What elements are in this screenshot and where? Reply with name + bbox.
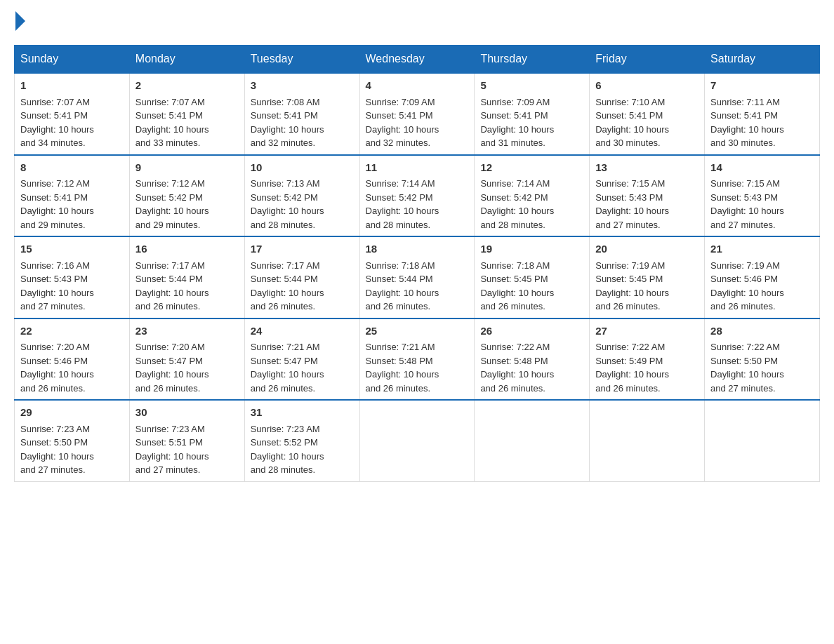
calendar-cell: 13Sunrise: 7:15 AMSunset: 5:43 PMDayligh…: [590, 155, 705, 237]
logo-arrow-icon: [15, 11, 25, 31]
calendar-cell: 28Sunrise: 7:22 AMSunset: 5:50 PMDayligh…: [705, 318, 820, 401]
calendar-header-row: SundayMondayTuesdayWednesdayThursdayFrid…: [15, 46, 820, 74]
calendar-header-thursday: Thursday: [475, 46, 590, 74]
day-number: 2: [135, 78, 239, 94]
day-number: 22: [20, 323, 124, 340]
day-number: 28: [710, 323, 814, 340]
calendar-cell: 6Sunrise: 7:10 AMSunset: 5:41 PMDaylight…: [590, 73, 705, 155]
calendar-cell: 12Sunrise: 7:14 AMSunset: 5:42 PMDayligh…: [475, 155, 590, 237]
day-number: 4: [366, 78, 469, 94]
calendar-week-row: 1Sunrise: 7:07 AMSunset: 5:41 PMDaylight…: [15, 73, 820, 155]
day-number: 13: [595, 160, 699, 176]
calendar-cell: 19Sunrise: 7:18 AMSunset: 5:45 PMDayligh…: [475, 236, 590, 318]
calendar-cell: 14Sunrise: 7:15 AMSunset: 5:43 PMDayligh…: [705, 155, 820, 237]
day-number: 3: [251, 78, 354, 94]
day-number: 12: [480, 160, 583, 176]
calendar-cell: 10Sunrise: 7:13 AMSunset: 5:42 PMDayligh…: [244, 155, 359, 237]
calendar-week-row: 29Sunrise: 7:23 AMSunset: 5:50 PMDayligh…: [15, 400, 820, 481]
day-number: 29: [20, 405, 124, 421]
day-number: 20: [595, 241, 699, 257]
day-number: 10: [251, 160, 354, 176]
day-number: 7: [710, 78, 814, 94]
calendar-header-tuesday: Tuesday: [244, 46, 359, 74]
calendar-cell: 22Sunrise: 7:20 AMSunset: 5:46 PMDayligh…: [15, 318, 130, 401]
calendar-cell: 11Sunrise: 7:14 AMSunset: 5:42 PMDayligh…: [359, 155, 475, 237]
calendar-cell: 1Sunrise: 7:07 AMSunset: 5:41 PMDaylight…: [15, 73, 130, 155]
day-number: 1: [20, 78, 124, 94]
day-number: 31: [251, 405, 354, 421]
calendar-cell: 9Sunrise: 7:12 AMSunset: 5:42 PMDaylight…: [129, 155, 244, 237]
day-number: 16: [135, 241, 239, 257]
logo: [14, 14, 25, 31]
calendar-cell: 25Sunrise: 7:21 AMSunset: 5:48 PMDayligh…: [359, 318, 475, 401]
calendar-cell: [475, 400, 590, 481]
day-number: 25: [366, 323, 469, 340]
calendar-header-wednesday: Wednesday: [359, 46, 475, 74]
page-header: [14, 14, 820, 31]
day-number: 14: [710, 160, 814, 176]
calendar-cell: 2Sunrise: 7:07 AMSunset: 5:41 PMDaylight…: [129, 73, 244, 155]
calendar-header-monday: Monday: [129, 46, 244, 74]
calendar-cell: 24Sunrise: 7:21 AMSunset: 5:47 PMDayligh…: [244, 318, 359, 401]
calendar-cell: 7Sunrise: 7:11 AMSunset: 5:41 PMDaylight…: [705, 73, 820, 155]
calendar-cell: 29Sunrise: 7:23 AMSunset: 5:50 PMDayligh…: [15, 400, 130, 481]
calendar-week-row: 8Sunrise: 7:12 AMSunset: 5:41 PMDaylight…: [15, 155, 820, 237]
calendar-cell: 18Sunrise: 7:18 AMSunset: 5:44 PMDayligh…: [359, 236, 475, 318]
calendar-cell: 15Sunrise: 7:16 AMSunset: 5:43 PMDayligh…: [15, 236, 130, 318]
calendar-cell: 21Sunrise: 7:19 AMSunset: 5:46 PMDayligh…: [705, 236, 820, 318]
calendar-cell: 3Sunrise: 7:08 AMSunset: 5:41 PMDaylight…: [244, 73, 359, 155]
day-number: 18: [366, 241, 469, 257]
calendar-cell: 27Sunrise: 7:22 AMSunset: 5:49 PMDayligh…: [590, 318, 705, 401]
calendar-cell: 26Sunrise: 7:22 AMSunset: 5:48 PMDayligh…: [475, 318, 590, 401]
day-number: 15: [20, 241, 124, 257]
calendar-header-friday: Friday: [590, 46, 705, 74]
calendar-body: 1Sunrise: 7:07 AMSunset: 5:41 PMDaylight…: [15, 73, 820, 481]
day-number: 26: [480, 323, 583, 340]
calendar-cell: 31Sunrise: 7:23 AMSunset: 5:52 PMDayligh…: [244, 400, 359, 481]
day-number: 6: [595, 78, 699, 94]
day-number: 17: [251, 241, 354, 257]
calendar-header-saturday: Saturday: [705, 46, 820, 74]
day-number: 30: [135, 405, 239, 421]
day-number: 23: [135, 323, 239, 340]
calendar-cell: 30Sunrise: 7:23 AMSunset: 5:51 PMDayligh…: [129, 400, 244, 481]
calendar-cell: 17Sunrise: 7:17 AMSunset: 5:44 PMDayligh…: [244, 236, 359, 318]
calendar-cell: [590, 400, 705, 481]
calendar-cell: 4Sunrise: 7:09 AMSunset: 5:41 PMDaylight…: [359, 73, 475, 155]
calendar-table: SundayMondayTuesdayWednesdayThursdayFrid…: [14, 45, 820, 482]
calendar-cell: 23Sunrise: 7:20 AMSunset: 5:47 PMDayligh…: [129, 318, 244, 401]
calendar-week-row: 15Sunrise: 7:16 AMSunset: 5:43 PMDayligh…: [15, 236, 820, 318]
calendar-cell: 20Sunrise: 7:19 AMSunset: 5:45 PMDayligh…: [590, 236, 705, 318]
calendar-week-row: 22Sunrise: 7:20 AMSunset: 5:46 PMDayligh…: [15, 318, 820, 401]
day-number: 27: [595, 323, 699, 340]
calendar-cell: 5Sunrise: 7:09 AMSunset: 5:41 PMDaylight…: [475, 73, 590, 155]
day-number: 19: [480, 241, 583, 257]
day-number: 21: [710, 241, 814, 257]
calendar-cell: [359, 400, 475, 481]
calendar-cell: [705, 400, 820, 481]
day-number: 5: [480, 78, 583, 94]
day-number: 9: [135, 160, 239, 176]
day-number: 24: [251, 323, 354, 340]
day-number: 8: [20, 160, 124, 176]
calendar-cell: 16Sunrise: 7:17 AMSunset: 5:44 PMDayligh…: [129, 236, 244, 318]
calendar-header-sunday: Sunday: [15, 46, 130, 74]
day-number: 11: [366, 160, 469, 176]
calendar-cell: 8Sunrise: 7:12 AMSunset: 5:41 PMDaylight…: [15, 155, 130, 237]
